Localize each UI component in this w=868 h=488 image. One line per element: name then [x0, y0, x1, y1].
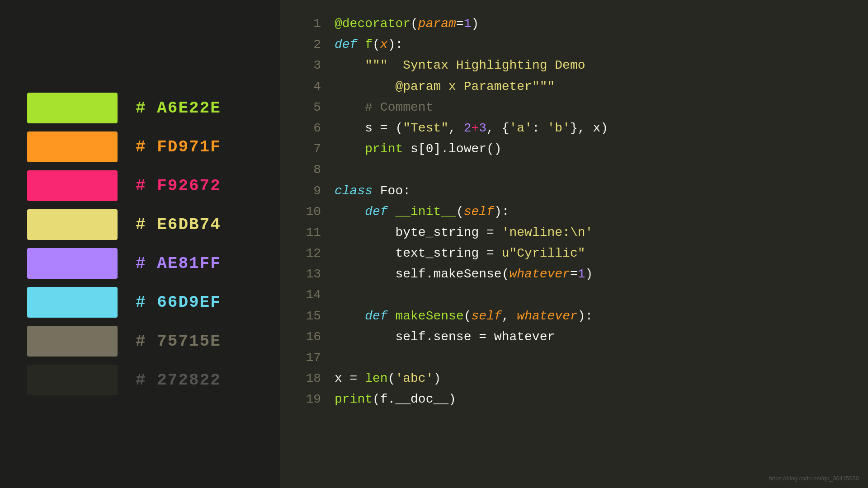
line-2: 2 def f(x): — [298, 34, 850, 55]
code-block: 1 @decorator(param=1) 2 def f(x): 3 """ … — [298, 14, 850, 410]
line-content: x = len('abc') — [335, 368, 441, 389]
line-7: 7 print s[0].lower() — [298, 139, 850, 160]
line-content: @decorator(param=1) — [335, 14, 479, 34]
line-number: 4 — [298, 76, 321, 97]
line-16: 16 self.sense = whatever — [298, 327, 850, 347]
line-content: class Foo: — [335, 181, 410, 202]
line-10: 10 def __init__(self): — [298, 202, 850, 222]
line-15: 15 def makeSense(self, whatever): — [298, 306, 850, 327]
line-14: 14 — [298, 285, 850, 305]
line-number: 3 — [298, 55, 321, 76]
line-number: 2 — [298, 34, 321, 55]
color-palette-panel: # A6E22E# FD971F# F92672# E6DB74# AE81FF… — [0, 0, 280, 488]
line-content: byte_string = 'newline:\n' — [335, 222, 593, 243]
line-17: 17 — [298, 347, 850, 368]
line-number: 11 — [298, 222, 321, 243]
swatch-label: # 75715E — [136, 332, 221, 351]
swatch-row: # F92672 — [27, 170, 253, 201]
line-5: 5 # Comment — [298, 97, 850, 118]
watermark: https://blog.csdn.net/qq_36415030 — [769, 475, 859, 482]
swatch-row: # AE81FF — [27, 248, 253, 279]
line-number: 12 — [298, 243, 321, 264]
color-swatch — [27, 365, 118, 395]
line-11: 11 byte_string = 'newline:\n' — [298, 222, 850, 243]
line-1: 1 @decorator(param=1) — [298, 14, 850, 34]
swatch-label: # F92672 — [136, 177, 221, 195]
line-content: def makeSense(self, whatever): — [335, 306, 593, 327]
line-number: 16 — [298, 327, 321, 347]
line-9: 9 class Foo: — [298, 181, 850, 202]
color-swatch — [27, 287, 118, 318]
swatch-row: # 272822 — [27, 365, 253, 395]
code-editor-panel: 1 @decorator(param=1) 2 def f(x): 3 """ … — [280, 0, 868, 488]
line-content: """ Syntax Highlighting Demo — [335, 55, 585, 76]
swatch-label: # A6E22E — [136, 99, 221, 117]
swatch-row: # 75715E — [27, 326, 253, 357]
color-swatch — [27, 248, 118, 279]
swatch-label: # E6DB74 — [136, 216, 221, 234]
line-number: 14 — [298, 285, 321, 305]
line-number: 15 — [298, 306, 321, 327]
swatch-row: # A6E22E — [27, 93, 253, 123]
line-4: 4 @param x Parameter""" — [298, 76, 850, 97]
swatch-label: # 272822 — [136, 371, 221, 389]
swatch-label: # FD971F — [136, 138, 221, 156]
line-3: 3 """ Syntax Highlighting Demo — [298, 55, 850, 76]
color-swatch — [27, 326, 118, 357]
line-content: @param x Parameter""" — [335, 76, 555, 97]
line-content: self.sense = whatever — [335, 327, 555, 347]
line-6: 6 s = ("Test", 2+3, {'a': 'b'}, x) — [298, 118, 850, 139]
color-swatch — [27, 170, 118, 201]
line-content: def __init__(self): — [335, 202, 509, 222]
line-content: self.makeSense(whatever=1) — [335, 264, 593, 285]
color-swatch — [27, 131, 118, 162]
line-13: 13 self.makeSense(whatever=1) — [298, 264, 850, 285]
line-12: 12 text_string = u"Cyrillic" — [298, 243, 850, 264]
swatch-label: # 66D9EF — [136, 293, 221, 312]
line-content: print(f.__doc__) — [335, 389, 456, 410]
line-19: 19 print(f.__doc__) — [298, 389, 850, 410]
line-number: 6 — [298, 118, 321, 139]
color-swatch — [27, 93, 118, 123]
line-content: print s[0].lower() — [335, 139, 502, 160]
line-number: 18 — [298, 368, 321, 389]
color-swatch — [27, 209, 118, 240]
line-content: # Comment — [335, 97, 433, 118]
line-number: 17 — [298, 347, 321, 368]
line-number: 5 — [298, 97, 321, 118]
line-number: 19 — [298, 389, 321, 410]
line-number: 10 — [298, 202, 321, 222]
swatch-row: # E6DB74 — [27, 209, 253, 240]
swatch-row: # FD971F — [27, 131, 253, 162]
line-number: 1 — [298, 14, 321, 34]
line-number: 9 — [298, 181, 321, 202]
line-content: s = ("Test", 2+3, {'a': 'b'}, x) — [335, 118, 608, 139]
swatch-row: # 66D9EF — [27, 287, 253, 318]
swatch-label: # AE81FF — [136, 254, 221, 273]
line-number: 7 — [298, 139, 321, 160]
line-number: 13 — [298, 264, 321, 285]
line-number: 8 — [298, 160, 321, 180]
line-8: 8 — [298, 160, 850, 180]
line-content: def f(x): — [335, 34, 403, 55]
line-content: text_string = u"Cyrillic" — [335, 243, 585, 264]
line-18: 18 x = len('abc') — [298, 368, 850, 389]
